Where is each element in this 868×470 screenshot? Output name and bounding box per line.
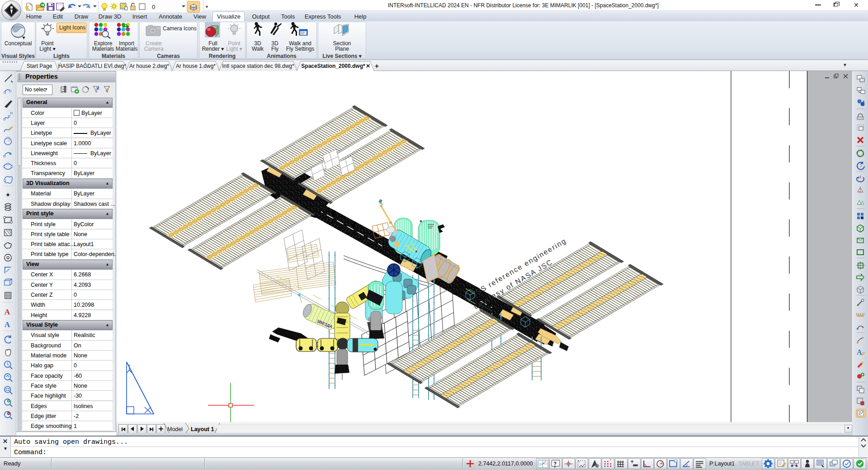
svg-text:?: ? bbox=[553, 461, 557, 466]
svg-text:0: 0 bbox=[152, 4, 155, 10]
svg-text:A: A bbox=[857, 348, 862, 356]
svg-text:A: A bbox=[5, 308, 10, 316]
svg-text:Layout 1: Layout 1 bbox=[191, 426, 214, 432]
svg-text:A: A bbox=[5, 320, 10, 329]
svg-text:Model: Model bbox=[167, 426, 183, 432]
